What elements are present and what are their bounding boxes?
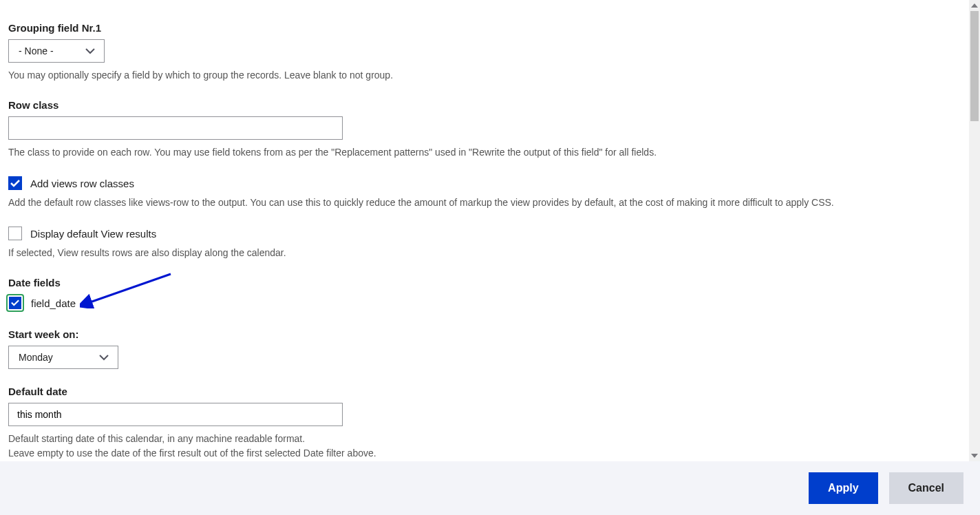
date-fields-label: Date fields	[8, 277, 961, 288]
date-fields-option-row: field_date	[8, 294, 961, 312]
display-default-results-description: If selected, View results rows are also …	[8, 246, 961, 260]
add-views-row-classes-row: Add views row classes	[8, 176, 961, 190]
start-week-on-select-wrapper: Monday	[8, 346, 118, 369]
date-field-highlight-box	[6, 294, 24, 312]
date-field-option-label: field_date	[31, 297, 76, 309]
start-week-on-select[interactable]: Monday	[8, 346, 118, 369]
display-default-results-label: Display default View results	[30, 228, 156, 240]
dialog-footer: Apply Cancel	[0, 461, 980, 515]
form-content: Grouping field Nr.1 - None - You may opt…	[0, 0, 969, 461]
scrollbar-down-arrow-icon[interactable]	[969, 450, 980, 461]
scrollbar-track[interactable]	[969, 0, 980, 461]
display-default-results-checkbox[interactable]	[8, 227, 22, 240]
row-class-input[interactable]	[8, 116, 343, 140]
row-class-description: The class to provide on each row. You ma…	[8, 145, 961, 160]
row-class-label: Row class	[8, 99, 961, 111]
default-date-description-line1: Default starting date of this calendar, …	[8, 432, 961, 446]
grouping-field-section: Grouping field Nr.1 - None - You may opt…	[8, 22, 961, 83]
scrollbar-thumb[interactable]	[970, 11, 979, 121]
grouping-field-select-wrapper: - None -	[8, 39, 105, 63]
start-week-on-section: Start week on: Monday	[8, 328, 961, 369]
date-fields-section: Date fields field_date	[8, 277, 961, 312]
start-week-on-label: Start week on:	[8, 328, 961, 340]
add-views-row-classes-label: Add views row classes	[30, 178, 134, 189]
default-date-label: Default date	[8, 386, 961, 397]
date-field-checkbox[interactable]	[9, 297, 21, 309]
display-default-results-section: Display default View results If selected…	[8, 227, 961, 260]
add-views-row-classes-section: Add views row classes Add the default ro…	[8, 176, 961, 210]
add-views-row-classes-checkbox[interactable]	[8, 176, 22, 190]
grouping-field-label: Grouping field Nr.1	[8, 22, 961, 34]
cancel-button[interactable]: Cancel	[889, 472, 963, 504]
apply-button[interactable]: Apply	[809, 472, 877, 504]
scrollbar-up-arrow-icon[interactable]	[969, 0, 980, 11]
add-views-row-classes-description: Add the default row classes like views-r…	[8, 196, 961, 210]
default-date-section: Default date Default starting date of th…	[8, 386, 961, 461]
default-date-input[interactable]	[8, 403, 343, 426]
default-date-description-line2: Leave empty to use the date of the first…	[8, 446, 961, 461]
grouping-field-select[interactable]: - None -	[8, 39, 105, 63]
display-default-results-row: Display default View results	[8, 227, 961, 240]
default-date-description: Default starting date of this calendar, …	[8, 432, 961, 461]
row-class-section: Row class The class to provide on each r…	[8, 99, 961, 160]
grouping-field-description: You may optionally specify a field by wh…	[8, 68, 961, 83]
